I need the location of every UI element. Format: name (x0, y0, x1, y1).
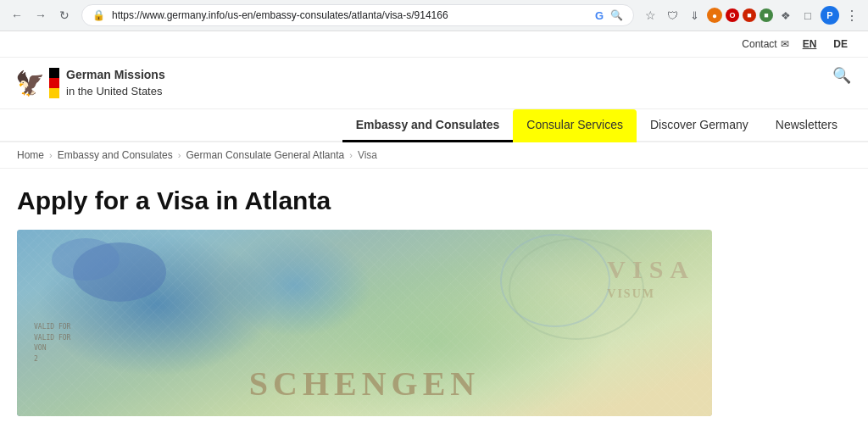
breadcrumb-visa: Visa (358, 149, 377, 161)
site-title-line1: German Missions (66, 67, 165, 84)
breadcrumb-sep-3: › (349, 150, 353, 160)
schengen-text: SCHENGEN (249, 364, 481, 403)
browser-toolbar: ← → ↻ 🔒 https://www.germany.info/us-en/e… (0, 0, 868, 31)
url-text: https://www.germany.info/us-en/embassy-c… (112, 9, 588, 21)
profile-avatar[interactable]: P (821, 6, 839, 25)
google-search-icon: G (595, 9, 604, 22)
nav-discover-germany[interactable]: Discover Germany (637, 109, 762, 142)
ext-icon-green: ■ (760, 8, 773, 22)
back-button[interactable]: ← (7, 5, 27, 25)
reload-button[interactable]: ↻ (54, 5, 75, 25)
main-nav: Embassy and Consulates Consular Services… (0, 109, 868, 142)
page-content: Contact ✉ EN DE 🦅 German Missions in the… (0, 31, 868, 445)
forward-button[interactable]: → (31, 5, 51, 25)
lang-en-button[interactable]: EN (799, 36, 821, 52)
nav-consular-services[interactable]: Consular Services (513, 109, 637, 142)
contact-link[interactable]: Contact ✉ (742, 38, 788, 50)
window-controls[interactable]: □ (798, 6, 817, 25)
site-title-line2: in the United States (66, 84, 165, 99)
browser-actions: ☆ 🛡 ⇓ ● O ■ ■ ❖ □ P ⋮ (641, 6, 861, 25)
page-title: Apply for a Visa in Atlanta (17, 186, 644, 216)
visa-cloud-2 (52, 238, 120, 281)
header-right: 🔍 (832, 66, 851, 85)
main-content: Apply for a Visa in Atlanta VALID FOR VA… (0, 169, 868, 416)
breadcrumb-home[interactable]: Home (17, 149, 44, 161)
visa-field-number: 2 (34, 354, 70, 365)
menu-button[interactable]: ⋮ (843, 6, 861, 25)
ext-icon-red: O (726, 8, 739, 22)
bookmark-star-button[interactable]: ☆ (641, 6, 659, 25)
breadcrumb-sep-2: › (178, 150, 181, 160)
visa-image-inner: VALID FOR VALID FOR VON 2 VISA VISUM SCH… (17, 230, 712, 416)
visa-label-text: VISA VISUM (607, 255, 695, 301)
address-bar[interactable]: 🔒 https://www.germany.info/us-en/embassy… (81, 4, 634, 26)
flag-black (49, 68, 59, 78)
download-button[interactable]: ⇓ (685, 6, 704, 25)
lang-de-button[interactable]: DE (830, 36, 851, 52)
ext-icon-orange: ● (707, 8, 722, 23)
flag-red (49, 78, 59, 88)
breadcrumb: Home › Embassy and Consulates › German C… (0, 142, 868, 169)
visa-field-valid-for: VALID FOR (34, 322, 70, 333)
german-flag (49, 68, 59, 98)
nav-buttons: ← → ↻ (7, 5, 75, 25)
site-header: 🦅 German Missions in the United States 🔍 (0, 58, 868, 109)
contact-label: Contact (742, 38, 776, 50)
breadcrumb-sep-1: › (49, 150, 53, 160)
site-title: German Missions in the United States (66, 67, 165, 99)
flag-gold (49, 88, 59, 98)
eagle-emblem: 🦅 (17, 66, 42, 100)
lock-icon: 🔒 (92, 9, 105, 21)
extensions-button[interactable]: ❖ (776, 6, 795, 25)
browser-chrome: ← → ↻ 🔒 https://www.germany.info/us-en/e… (0, 0, 868, 31)
visa-small-text: VALID FOR VALID FOR VON 2 (34, 322, 70, 365)
ext-icon-red2: ■ (743, 8, 756, 22)
visa-image: VALID FOR VALID FOR VON 2 VISA VISUM SCH… (17, 230, 712, 416)
content-area: Apply for a Visa in Atlanta VALID FOR VA… (0, 169, 661, 416)
logo-area: 🦅 German Missions in the United States (17, 66, 165, 100)
visa-field-von: VON (34, 343, 70, 354)
search-magnifier: 🔍 (610, 9, 623, 21)
top-bar: Contact ✉ EN DE (0, 31, 868, 58)
breadcrumb-consulate-atlanta[interactable]: German Consulate General Atlanta (186, 149, 344, 161)
nav-newsletters[interactable]: Newsletters (762, 109, 851, 142)
nav-embassy-consulates[interactable]: Embassy and Consulates (342, 109, 514, 142)
mail-icon: ✉ (781, 38, 789, 50)
search-button[interactable]: 🔍 (832, 66, 851, 85)
shield-icon[interactable]: 🛡 (663, 6, 682, 25)
breadcrumb-embassy[interactable]: Embassy and Consulates (58, 149, 173, 161)
visa-field-valid-for2: VALID FOR (34, 333, 70, 344)
